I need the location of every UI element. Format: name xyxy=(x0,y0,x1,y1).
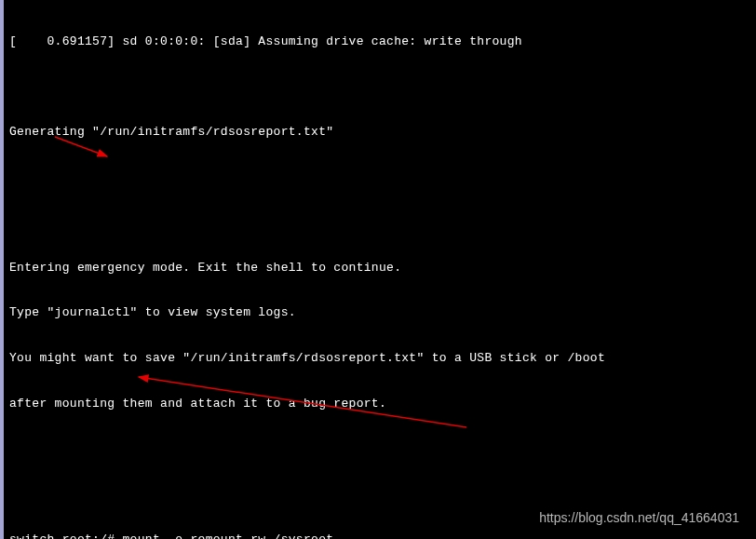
terminal-output: [ 0.691157] sd 0:0:0:0: [sda] Assuming d… xyxy=(9,4,750,539)
terminal-line: Entering emergency mode. Exit the shell … xyxy=(9,261,750,276)
terminal-line: after mounting them and attach it to a b… xyxy=(9,397,750,411)
terminal-line xyxy=(9,215,750,230)
terminal-line xyxy=(9,79,750,94)
terminal-line: switch_root:/# mount -o remount rw /sysr… xyxy=(9,532,750,540)
terminal-line: You might want to save "/run/initramfs/r… xyxy=(9,351,750,366)
terminal-line: Type "journalctl" to view system logs. xyxy=(9,305,750,320)
terminal-line xyxy=(9,442,750,457)
watermark-text: https://blog.csdn.net/qq_41664031 xyxy=(539,510,739,527)
terminal-line: Generating "/run/initramfs/rdsosreport.t… xyxy=(9,125,750,140)
terminal-line xyxy=(9,487,750,502)
terminal-line xyxy=(9,170,750,185)
terminal-line: [ 0.691157] sd 0:0:0:0: [sda] Assuming d… xyxy=(9,34,750,49)
